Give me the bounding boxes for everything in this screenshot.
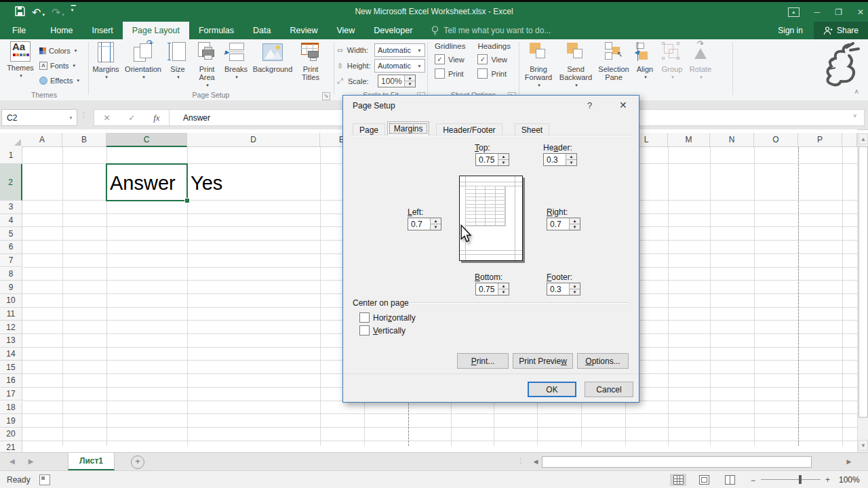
column-header-partial[interactable]	[842, 133, 857, 147]
print-preview-button[interactable]: Print Preview	[513, 353, 573, 369]
row-header-13[interactable]: 13	[0, 334, 22, 348]
row-header-9[interactable]: 9	[0, 281, 22, 294]
fill-handle[interactable]	[184, 198, 190, 203]
cell-D2[interactable]: Yes	[191, 172, 222, 195]
effects-button[interactable]: Effects▾	[39, 73, 79, 88]
column-header-O[interactable]: O	[754, 133, 798, 147]
orientation-button[interactable]: ↷Orientation▾	[121, 39, 165, 89]
gridlines-view-checkbox[interactable]: ✓View	[435, 54, 465, 64]
vertically-checkbox[interactable]	[359, 325, 370, 336]
row-header-3[interactable]: 3	[0, 201, 22, 214]
dialog-tab-sheet[interactable]: Sheet	[515, 123, 549, 136]
zoom-in-icon[interactable]: +	[825, 475, 830, 485]
breaks-button[interactable]: ▶Breaks▾	[223, 39, 249, 89]
collapse-ribbon-icon[interactable]: ˄	[854, 88, 859, 96]
bring-forward-button[interactable]: BringForward▾	[521, 39, 556, 89]
row-header-17[interactable]: 17	[0, 388, 22, 401]
zoom-level[interactable]: 100%	[839, 475, 860, 485]
background-button[interactable]: Background	[249, 39, 296, 89]
row-header-4[interactable]: 4	[0, 214, 22, 228]
sign-in-button[interactable]: Sign in	[767, 26, 814, 35]
options-button[interactable]: Options...	[577, 353, 629, 369]
row-header-1[interactable]: 1	[0, 147, 22, 164]
row-header-18[interactable]: 18	[0, 401, 22, 415]
vertical-scroll-thumb[interactable]	[859, 146, 868, 418]
row-header-19[interactable]: 19	[0, 414, 22, 428]
row-header-12[interactable]: 12	[0, 321, 22, 334]
page-layout-view-button[interactable]	[696, 474, 712, 486]
ribbon-display-options-icon[interactable]: ▴	[788, 7, 800, 17]
horizontal-scroll-thumb[interactable]	[542, 456, 812, 468]
row-header-21[interactable]: 21	[0, 441, 22, 452]
size-button[interactable]: Size▾	[165, 39, 191, 89]
column-header-B[interactable]: B	[62, 133, 106, 147]
row-header-8[interactable]: 8	[0, 268, 22, 281]
column-header-N[interactable]: N	[710, 133, 754, 147]
ok-button[interactable]: OK	[528, 382, 576, 397]
row-header-20[interactable]: 20	[0, 428, 22, 441]
page-setup-dialog-launcher-icon[interactable]: ⇘	[322, 92, 330, 100]
sheet-tab[interactable]: Лист1	[68, 453, 115, 470]
headings-view-checkbox[interactable]: ✓View	[477, 54, 511, 64]
header-margin-spinner[interactable]: 0.3▲▼	[543, 153, 577, 166]
ribbon-tab-review[interactable]: Review	[280, 22, 327, 39]
rotate-button[interactable]: ↷Rotate▾	[686, 39, 715, 89]
themes-button[interactable]: Aa Themes ▾	[5, 41, 35, 80]
ribbon-tab-developer[interactable]: Developer	[364, 22, 422, 39]
group-button[interactable]: Group▾	[658, 39, 686, 89]
scroll-up-icon[interactable]: ▲	[859, 134, 868, 144]
colors-button[interactable]: Colors▾	[39, 43, 79, 58]
row-header-5[interactable]: 5	[0, 227, 22, 241]
expand-formula-bar-icon[interactable]: ˅	[853, 113, 856, 119]
page-break-view-button[interactable]	[722, 474, 738, 486]
insert-function-icon[interactable]: fx	[153, 113, 159, 123]
ribbon-tab-insert[interactable]: Insert	[83, 22, 123, 39]
column-header-M[interactable]: M	[668, 133, 710, 147]
cancel-button[interactable]: Cancel	[585, 382, 633, 397]
bottom-margin-spinner[interactable]: 0.75▲▼	[475, 283, 509, 296]
column-header-C[interactable]: C	[106, 133, 187, 147]
ribbon-tab-page-layout[interactable]: Page Layout	[123, 22, 189, 39]
print-titles-button[interactable]: PrintTitles	[296, 39, 325, 89]
top-margin-spinner[interactable]: 0.75▲▼	[475, 153, 509, 166]
share-button[interactable]: Share	[814, 22, 868, 39]
ribbon-tab-data[interactable]: Data	[243, 22, 280, 39]
column-header-A[interactable]: A	[22, 133, 62, 147]
row-header-16[interactable]: 16	[0, 374, 22, 388]
tell-me-box[interactable]: Tell me what you want to do...	[431, 22, 551, 39]
zoom-slider-handle[interactable]	[799, 475, 802, 484]
maximize-button[interactable]: ❐	[835, 7, 842, 17]
column-header-D[interactable]: D	[187, 133, 320, 147]
scroll-right-icon[interactable]: ▶	[844, 455, 854, 468]
minimize-button[interactable]: ─	[814, 7, 821, 17]
ribbon-tab-view[interactable]: View	[327, 22, 364, 39]
cancel-entry-icon[interactable]: ✕	[103, 113, 110, 123]
footer-margin-spinner[interactable]: 0.3▲▼	[547, 283, 580, 296]
row-header-10[interactable]: 10	[0, 294, 22, 308]
zoom-slider-track[interactable]	[761, 479, 821, 480]
right-margin-spinner[interactable]: 0.7▲▼	[547, 218, 580, 230]
ribbon-tab-file[interactable]: File	[0, 22, 38, 39]
margins-button[interactable]: Margins▾	[90, 39, 121, 89]
headings-print-checkbox[interactable]: Print	[477, 68, 511, 79]
dialog-help-icon[interactable]: ?	[587, 100, 592, 110]
send-backward-button[interactable]: SendBackward▾	[556, 39, 595, 89]
row-header-14[interactable]: 14	[0, 348, 22, 361]
row-header-6[interactable]: 6	[0, 241, 22, 254]
prev-sheet-icon[interactable]: ◀	[9, 458, 15, 465]
row-header-2[interactable]: 2	[0, 164, 22, 201]
row-header-7[interactable]: 7	[0, 254, 22, 268]
next-sheet-icon[interactable]: ▶	[28, 458, 34, 465]
horizontally-checkbox[interactable]	[359, 312, 370, 323]
height-combobox[interactable]: Automatic▼	[374, 59, 425, 73]
name-box-dropdown-icon[interactable]: ▾	[65, 115, 77, 121]
ribbon-tab-formulas[interactable]: Formulas	[189, 22, 243, 39]
print-button[interactable]: Print...	[457, 353, 509, 369]
row-header-11[interactable]: 11	[0, 308, 22, 321]
name-box[interactable]: C2 ▾	[1, 109, 77, 126]
ribbon-tab-home[interactable]: Home	[41, 22, 82, 39]
width-combobox[interactable]: Automatic▼	[374, 43, 425, 57]
margin-preview-page[interactable]	[459, 176, 523, 261]
select-all-corner[interactable]	[0, 133, 23, 148]
scroll-left-icon[interactable]: ◀	[530, 455, 541, 468]
